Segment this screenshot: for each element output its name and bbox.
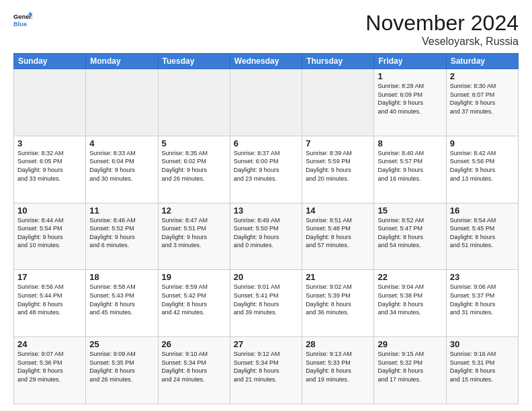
calendar-day: 7Sunrise: 8:39 AM Sunset: 5:59 PM Daylig… <box>302 136 374 203</box>
day-info: Sunrise: 8:32 AM Sunset: 6:05 PM Dayligh… <box>17 149 82 183</box>
day-number: 24 <box>17 339 82 349</box>
calendar-day: 26Sunrise: 9:10 AM Sunset: 5:34 PM Dayli… <box>158 337 230 404</box>
page: General Blue November 2024 Veseloyarsk, … <box>0 0 532 411</box>
day-info: Sunrise: 9:01 AM Sunset: 5:41 PM Dayligh… <box>234 283 298 316</box>
calendar-day: 13Sunrise: 8:49 AM Sunset: 5:50 PM Dayli… <box>230 203 302 270</box>
day-number: 2 <box>450 71 515 81</box>
calendar-day: 20Sunrise: 9:01 AM Sunset: 5:41 PM Dayli… <box>230 270 302 337</box>
day-info: Sunrise: 8:37 AM Sunset: 6:00 PM Dayligh… <box>234 149 298 183</box>
calendar-week-5: 24Sunrise: 9:07 AM Sunset: 5:36 PM Dayli… <box>14 337 519 404</box>
day-number: 28 <box>306 339 370 349</box>
calendar-day: 14Sunrise: 8:51 AM Sunset: 5:48 PM Dayli… <box>302 203 374 270</box>
day-info: Sunrise: 8:49 AM Sunset: 5:50 PM Dayligh… <box>234 216 298 250</box>
day-info: Sunrise: 9:04 AM Sunset: 5:38 PM Dayligh… <box>378 283 442 316</box>
calendar-day: 18Sunrise: 8:58 AM Sunset: 5:43 PM Dayli… <box>86 270 158 337</box>
day-number: 26 <box>162 339 226 349</box>
day-number: 15 <box>378 205 442 216</box>
col-saturday: Saturday <box>446 54 518 69</box>
calendar-day <box>158 69 230 136</box>
calendar-day: 4Sunrise: 8:33 AM Sunset: 6:04 PM Daylig… <box>86 136 158 203</box>
day-number: 5 <box>162 138 226 148</box>
day-info: Sunrise: 9:16 AM Sunset: 5:31 PM Dayligh… <box>450 350 515 383</box>
calendar-day: 24Sunrise: 9:07 AM Sunset: 5:36 PM Dayli… <box>14 337 86 404</box>
calendar-day: 23Sunrise: 9:06 AM Sunset: 5:37 PM Dayli… <box>446 270 518 337</box>
calendar-header-row: Sunday Monday Tuesday Wednesday Thursday… <box>14 54 519 69</box>
day-info: Sunrise: 8:56 AM Sunset: 5:44 PM Dayligh… <box>17 283 82 316</box>
day-number: 17 <box>17 272 82 282</box>
calendar-day: 21Sunrise: 9:02 AM Sunset: 5:39 PM Dayli… <box>302 270 374 337</box>
day-number: 9 <box>450 138 515 148</box>
day-info: Sunrise: 8:52 AM Sunset: 5:47 PM Dayligh… <box>378 216 442 250</box>
day-number: 19 <box>162 272 226 282</box>
calendar-week-3: 10Sunrise: 8:44 AM Sunset: 5:54 PM Dayli… <box>14 203 519 270</box>
day-number: 20 <box>234 272 298 282</box>
day-number: 30 <box>450 339 515 349</box>
day-number: 4 <box>89 138 154 148</box>
day-info: Sunrise: 8:33 AM Sunset: 6:04 PM Dayligh… <box>89 149 154 183</box>
day-info: Sunrise: 8:51 AM Sunset: 5:48 PM Dayligh… <box>306 216 370 250</box>
calendar-day: 6Sunrise: 8:37 AM Sunset: 6:00 PM Daylig… <box>230 136 302 203</box>
calendar-day: 29Sunrise: 9:15 AM Sunset: 5:32 PM Dayli… <box>374 337 446 404</box>
day-number: 22 <box>378 272 442 282</box>
month-title: November 2024 <box>365 11 519 36</box>
calendar-day: 9Sunrise: 8:42 AM Sunset: 5:56 PM Daylig… <box>446 136 518 203</box>
day-number: 8 <box>378 138 442 148</box>
day-info: Sunrise: 8:58 AM Sunset: 5:43 PM Dayligh… <box>89 283 154 316</box>
day-info: Sunrise: 9:10 AM Sunset: 5:34 PM Dayligh… <box>162 350 226 383</box>
calendar-week-2: 3Sunrise: 8:32 AM Sunset: 6:05 PM Daylig… <box>14 136 519 203</box>
day-info: Sunrise: 8:39 AM Sunset: 5:59 PM Dayligh… <box>306 149 370 183</box>
logo-icon: General Blue <box>13 11 32 30</box>
calendar-day <box>86 69 158 136</box>
day-info: Sunrise: 8:47 AM Sunset: 5:51 PM Dayligh… <box>162 216 226 250</box>
day-number: 21 <box>306 272 370 282</box>
calendar-day: 10Sunrise: 8:44 AM Sunset: 5:54 PM Dayli… <box>14 203 86 270</box>
calendar-day: 8Sunrise: 8:40 AM Sunset: 5:57 PM Daylig… <box>374 136 446 203</box>
calendar-day: 12Sunrise: 8:47 AM Sunset: 5:51 PM Dayli… <box>158 203 230 270</box>
day-number: 18 <box>89 272 154 282</box>
day-number: 13 <box>234 205 298 216</box>
calendar-week-1: 1Sunrise: 8:28 AM Sunset: 6:09 PM Daylig… <box>14 69 519 136</box>
day-info: Sunrise: 9:15 AM Sunset: 5:32 PM Dayligh… <box>378 350 442 383</box>
header: General Blue November 2024 Veseloyarsk, … <box>13 11 519 48</box>
calendar-day <box>302 69 374 136</box>
title-block: November 2024 Veseloyarsk, Russia <box>365 11 519 48</box>
calendar-day: 28Sunrise: 9:13 AM Sunset: 5:33 PM Dayli… <box>302 337 374 404</box>
day-number: 1 <box>378 71 442 81</box>
calendar-day: 16Sunrise: 8:54 AM Sunset: 5:45 PM Dayli… <box>446 203 518 270</box>
day-info: Sunrise: 9:12 AM Sunset: 5:34 PM Dayligh… <box>234 350 298 383</box>
day-number: 3 <box>17 138 82 148</box>
day-number: 25 <box>89 339 154 349</box>
day-number: 11 <box>89 205 154 216</box>
day-info: Sunrise: 8:44 AM Sunset: 5:54 PM Dayligh… <box>17 216 82 250</box>
col-sunday: Sunday <box>14 54 86 69</box>
day-info: Sunrise: 9:06 AM Sunset: 5:37 PM Dayligh… <box>450 283 515 316</box>
calendar-day: 19Sunrise: 8:59 AM Sunset: 5:42 PM Dayli… <box>158 270 230 337</box>
logo: General Blue <box>13 11 32 30</box>
day-number: 23 <box>450 272 515 282</box>
day-info: Sunrise: 8:54 AM Sunset: 5:45 PM Dayligh… <box>450 216 515 250</box>
day-info: Sunrise: 9:13 AM Sunset: 5:33 PM Dayligh… <box>306 350 370 383</box>
calendar-week-4: 17Sunrise: 8:56 AM Sunset: 5:44 PM Dayli… <box>14 270 519 337</box>
day-number: 27 <box>234 339 298 349</box>
day-info: Sunrise: 8:46 AM Sunset: 5:52 PM Dayligh… <box>89 216 154 250</box>
calendar-day: 11Sunrise: 8:46 AM Sunset: 5:52 PM Dayli… <box>86 203 158 270</box>
calendar-day: 27Sunrise: 9:12 AM Sunset: 5:34 PM Dayli… <box>230 337 302 404</box>
day-number: 16 <box>450 205 515 216</box>
calendar-day <box>14 69 86 136</box>
calendar-day: 2Sunrise: 8:30 AM Sunset: 6:07 PM Daylig… <box>446 69 518 136</box>
col-thursday: Thursday <box>302 54 374 69</box>
calendar-day: 25Sunrise: 9:09 AM Sunset: 5:35 PM Dayli… <box>86 337 158 404</box>
calendar-day: 3Sunrise: 8:32 AM Sunset: 6:05 PM Daylig… <box>14 136 86 203</box>
day-number: 7 <box>306 138 370 148</box>
calendar-day: 22Sunrise: 9:04 AM Sunset: 5:38 PM Dayli… <box>374 270 446 337</box>
col-monday: Monday <box>86 54 158 69</box>
day-info: Sunrise: 9:02 AM Sunset: 5:39 PM Dayligh… <box>306 283 370 316</box>
svg-text:Blue: Blue <box>13 21 27 28</box>
calendar-day <box>230 69 302 136</box>
calendar-day: 17Sunrise: 8:56 AM Sunset: 5:44 PM Dayli… <box>14 270 86 337</box>
day-info: Sunrise: 9:07 AM Sunset: 5:36 PM Dayligh… <box>17 350 82 383</box>
calendar-day: 15Sunrise: 8:52 AM Sunset: 5:47 PM Dayli… <box>374 203 446 270</box>
day-number: 10 <box>17 205 82 216</box>
calendar-day: 5Sunrise: 8:35 AM Sunset: 6:02 PM Daylig… <box>158 136 230 203</box>
day-info: Sunrise: 8:30 AM Sunset: 6:07 PM Dayligh… <box>450 82 515 116</box>
